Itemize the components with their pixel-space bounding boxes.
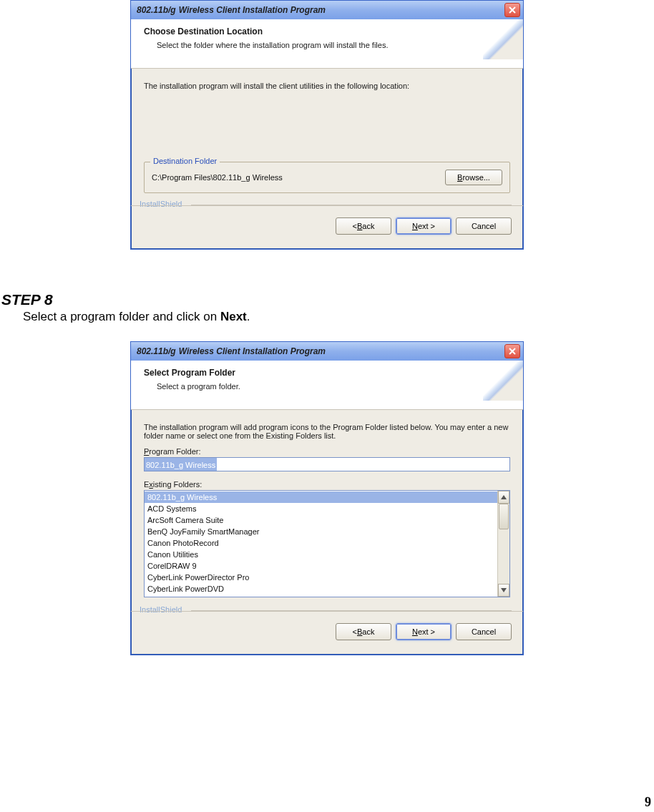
destination-folder-group: Destination Folder C:\Program Files\802.…	[144, 162, 510, 193]
titlebar: 802.11b/g Wireless Client Installation P…	[131, 342, 523, 361]
pf-label-rest: rogram Folder:	[149, 447, 200, 456]
program-folder-label: Program Folder:	[144, 447, 510, 456]
dialog-select-program-folder: 802.11b/g Wireless Client Installation P…	[130, 341, 524, 655]
titlebar: 802.11b/g Wireless Client Installation P…	[131, 1, 523, 19]
page-number: 9	[645, 795, 651, 810]
step-desc-before: Select a program folder and click on	[23, 310, 220, 323]
title-part-b: Wireless Client Installation Program	[179, 5, 326, 15]
title-part-a: 802.11b/g	[137, 5, 176, 15]
scrollbar-track[interactable]	[498, 504, 509, 584]
header-title: Select Program Folder	[144, 368, 513, 378]
body-panel: The installation program will install th…	[131, 69, 523, 196]
ef-label-rest: isting Folders:	[153, 480, 202, 489]
list-item[interactable]: CyberLink PowerDirector Pro	[145, 572, 497, 583]
step-desc-after: .	[247, 310, 250, 323]
scrollbar-thumb[interactable]	[499, 504, 509, 529]
program-folder-input[interactable]: 802.11b_g Wireless	[144, 457, 510, 471]
title-part-b: Wireless Client Installation Program	[179, 346, 326, 356]
header-title: Choose Destination Location	[144, 26, 513, 36]
header-subtitle: Select a program folder.	[157, 382, 513, 391]
list-item[interactable]: CorelDRAW 9	[145, 560, 497, 572]
close-button[interactable]	[504, 344, 520, 358]
list-item[interactable]: Canon PhotoRecord	[145, 537, 497, 549]
body-text: The installation program will add progra…	[144, 423, 510, 440]
next-suffix: ext >	[418, 627, 435, 636]
scroll-up-button[interactable]	[498, 491, 509, 504]
destination-path: C:\Program Files\802.11b_g Wireless	[152, 173, 438, 182]
list-item[interactable]: 802.11b_g Wireless	[145, 491, 497, 503]
list-item[interactable]: BenQ JoyFamily SmartManager	[145, 526, 497, 537]
step-block: STEP 8 Select a program folder and click…	[0, 271, 654, 324]
close-icon	[509, 6, 516, 14]
footer: < Back Next > Cancel	[131, 205, 523, 249]
back-suffix: ack	[362, 222, 374, 230]
scroll-down-button[interactable]	[498, 584, 509, 597]
back-button[interactable]: < Back	[336, 623, 391, 640]
title-part-a: 802.11b/g	[137, 346, 176, 356]
body-text: The installation program will install th…	[144, 82, 510, 90]
scrollbar[interactable]	[497, 491, 509, 597]
existing-folders-listbox[interactable]: 802.11b_g Wireless ACD Systems ArcSoft C…	[144, 490, 510, 597]
list-item[interactable]: ArcSoft Camera Suite	[145, 514, 497, 526]
existing-folders-label: Existing Folders:	[144, 480, 510, 489]
listbox-items: 802.11b_g Wireless ACD Systems ArcSoft C…	[145, 491, 497, 597]
page-curl-decoration	[483, 361, 523, 401]
step-label: STEP 8	[1, 291, 654, 308]
header-subtitle: Select the folder where the installation…	[157, 41, 513, 49]
list-item[interactable]: ACD Systems	[145, 503, 497, 514]
body-panel: The installation program will add progra…	[131, 410, 523, 602]
header-panel: Select Program Folder Select a program f…	[131, 361, 523, 410]
next-button[interactable]: Next >	[396, 623, 452, 640]
chevron-up-icon	[501, 495, 507, 499]
step-desc-bold: Next	[220, 310, 247, 323]
browse-label: rowse...	[462, 173, 490, 182]
back-button[interactable]: < Back	[336, 217, 391, 235]
list-item[interactable]: Canon Utilities	[145, 549, 497, 560]
chevron-down-icon	[501, 588, 507, 592]
next-suffix: ext >	[418, 222, 435, 230]
next-accel: N	[412, 627, 418, 636]
close-button[interactable]	[504, 3, 520, 17]
next-button[interactable]: Next >	[396, 217, 452, 235]
cancel-button[interactable]: Cancel	[456, 623, 512, 640]
next-accel: N	[412, 222, 418, 230]
page-curl-decoration	[483, 19, 523, 59]
header-panel: Choose Destination Location Select the f…	[131, 19, 523, 69]
dialog-choose-destination: 802.11b/g Wireless Client Installation P…	[130, 0, 524, 250]
cancel-label: Cancel	[472, 627, 496, 636]
browse-button[interactable]: Browse...	[445, 170, 502, 185]
step-description: Select a program folder and click on Nex…	[23, 310, 654, 324]
back-accel: B	[357, 627, 362, 636]
footer: < Back Next > Cancel	[131, 611, 523, 655]
cancel-button[interactable]: Cancel	[456, 217, 512, 235]
cancel-label: Cancel	[472, 222, 496, 230]
destination-folder-legend: Destination Folder	[150, 157, 220, 165]
back-accel: B	[357, 222, 362, 230]
program-folder-value: 802.11b_g Wireless	[145, 458, 217, 471]
list-item[interactable]: CyberLink PowerDVD	[145, 583, 497, 595]
close-icon	[509, 348, 516, 355]
back-suffix: ack	[362, 627, 374, 636]
